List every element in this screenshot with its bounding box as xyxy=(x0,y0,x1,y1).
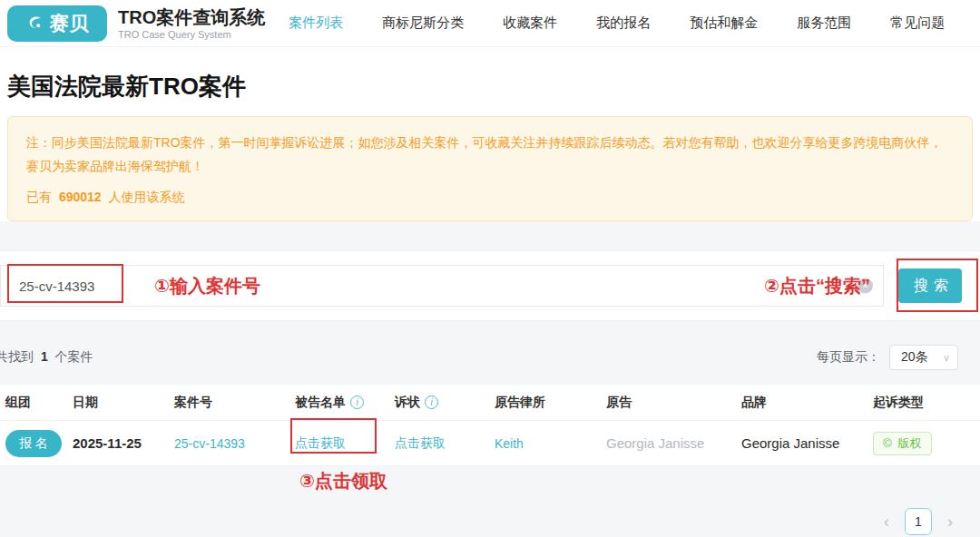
case-number-input[interactable] xyxy=(0,265,884,307)
cases-table: 组团 日期 案件号 被告名单 i 诉状 i 原告律所 原告 品牌 起诉类型 报名… xyxy=(0,385,980,466)
annotation-step1: ①输入案件号 xyxy=(154,274,260,298)
chevron-down-icon: ∨ xyxy=(943,352,950,364)
pagination: ‹ 1 › xyxy=(0,508,953,535)
info-icon[interactable]: i xyxy=(425,395,438,409)
header-defendants: 被告名单 i xyxy=(295,395,395,411)
notice-usage-line: 已有 690012 人使用该系统 xyxy=(26,185,954,209)
content-area: × 搜索 ①输入案件号 ②点击“搜索” 共找到 1 个案件 每页显示： 20条 … xyxy=(0,221,980,537)
page-size-label: 每页显示： xyxy=(817,349,880,366)
copyright-icon: © xyxy=(883,436,892,450)
brand-logo-text: 赛贝 xyxy=(50,11,90,36)
header-brand: 品牌 xyxy=(741,395,873,411)
header-plaintiff: 原告 xyxy=(606,395,741,411)
usage-suffix: 人使用该系统 xyxy=(109,190,185,204)
chevron-left-icon[interactable]: ‹ xyxy=(884,513,889,530)
date-cell: 2025-11-25 xyxy=(73,435,174,451)
law-firm-cell: Keith xyxy=(495,436,606,451)
case-type-cell: © 版权 xyxy=(873,432,980,455)
app-title-block: TRO案件查询系统 TRO Case Query System xyxy=(118,7,265,40)
nav-item-settlement-estimate[interactable]: 预估和解金 xyxy=(690,15,758,32)
app-subtitle: TRO Case Query System xyxy=(118,29,265,40)
case-type-badge: © 版权 xyxy=(873,432,932,455)
header-complaint: 诉状 i xyxy=(395,395,495,411)
defendants-cell: 点击获取 xyxy=(295,435,395,452)
table-header-row: 组团 日期 案件号 被告名单 i 诉状 i 原告律所 原告 品牌 起诉类型 xyxy=(0,385,980,421)
case-type-label: 版权 xyxy=(898,435,922,452)
nav-item-nice-classification[interactable]: 商标尼斯分类 xyxy=(382,15,464,32)
usage-count: 690012 xyxy=(59,190,102,204)
header-case-no: 案件号 xyxy=(174,395,295,411)
law-firm-link[interactable]: Keith xyxy=(495,436,524,451)
nav-item-faq[interactable]: 常见问题 xyxy=(890,15,945,32)
page-size-value: 20条 xyxy=(901,349,928,366)
signup-button[interactable]: 报名 xyxy=(5,430,62,457)
defendants-get-link[interactable]: 点击获取 xyxy=(295,435,346,450)
header-group: 组团 xyxy=(5,395,73,411)
header-law-firm: 原告律所 xyxy=(495,395,606,411)
usage-prefix: 已有 xyxy=(26,190,52,204)
nav-item-case-list[interactable]: 案件列表 xyxy=(289,15,343,32)
brand-logo[interactable]: 赛贝 xyxy=(7,5,107,42)
search-bar: × 搜索 ①输入案件号 ②点击“搜索” xyxy=(0,250,980,321)
page-size-select[interactable]: 20条 ∨ xyxy=(889,345,958,370)
summary-suffix: 个案件 xyxy=(55,349,93,364)
notice-banner: 注：同步美国法院最新TRO案件，第一时间掌握诉讼进展；如您涉及相关案件，可收藏关… xyxy=(7,116,973,221)
brand-cell: Georgia Janisse xyxy=(741,435,873,451)
page-head: 美国法院最新TRO案件 xyxy=(0,47,980,103)
notice-text: 注：同步美国法院最新TRO案件，第一时间掌握诉讼进展；如您涉及相关案件，可收藏关… xyxy=(26,131,954,178)
summary-count: 1 xyxy=(41,349,48,364)
header-date: 日期 xyxy=(73,395,174,411)
plaintiff-cell: Georgia Janisse xyxy=(606,435,741,451)
results-bar: 共找到 1 个案件 每页显示： 20条 ∨ xyxy=(0,345,980,370)
app-title: TRO案件查询系统 xyxy=(118,7,265,27)
chevron-right-icon[interactable]: › xyxy=(947,513,953,530)
header-case-type: 起诉类型 xyxy=(873,395,980,411)
case-no-link[interactable]: 25-cv-14393 xyxy=(174,436,245,451)
nav-item-services[interactable]: 服务范围 xyxy=(797,15,851,32)
annotation-step3: ③点击领取 xyxy=(299,469,980,493)
results-summary: 共找到 1 个案件 xyxy=(0,349,93,366)
table-row: 报名 2025-11-25 25-cv-14393 点击获取 点击获取 Keit… xyxy=(0,421,980,466)
case-no-cell: 25-cv-14393 xyxy=(174,436,295,451)
info-icon[interactable]: i xyxy=(350,395,364,409)
annotation-step2: ②点击“搜索” xyxy=(764,274,870,298)
signup-cell: 报名 xyxy=(5,430,73,457)
page-number-1[interactable]: 1 xyxy=(905,508,932,535)
summary-prefix: 共找到 xyxy=(0,349,34,364)
page-title: 美国法院最新TRO案件 xyxy=(7,71,973,103)
page-size-control: 每页显示： 20条 ∨ xyxy=(817,345,958,370)
search-button[interactable]: 搜索 xyxy=(898,268,962,303)
complaint-get-link[interactable]: 点击获取 xyxy=(395,435,446,450)
main-nav: 案件列表 商标尼斯分类 收藏案件 我的报名 预估和解金 服务范围 常见问题 关于… xyxy=(289,15,980,32)
nav-item-favorites[interactable]: 收藏案件 xyxy=(503,15,557,32)
brand-swirl-icon xyxy=(25,14,45,34)
complaint-cell: 点击获取 xyxy=(395,435,495,452)
nav-item-my-signups[interactable]: 我的报名 xyxy=(596,15,651,32)
top-navbar: 赛贝 TRO案件查询系统 TRO Case Query System 案件列表 … xyxy=(0,0,980,47)
search-input-wrap: × xyxy=(0,265,884,307)
